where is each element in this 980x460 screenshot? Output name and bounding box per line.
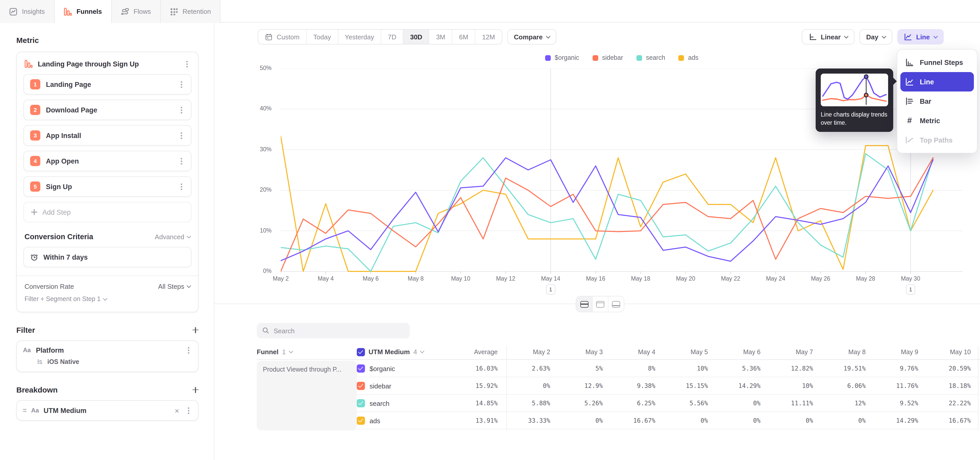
chart-type-tooltip: Line charts display trends over time. xyxy=(816,69,893,132)
search-input[interactable] xyxy=(257,323,410,339)
funnel-step[interactable]: 5Sign Up xyxy=(24,176,191,197)
step-menu-button[interactable] xyxy=(178,157,185,165)
add-breakdown-button[interactable] xyxy=(192,387,199,393)
date-range-30d[interactable]: 30D xyxy=(403,30,429,44)
segment-cell[interactable]: ads xyxy=(357,417,454,425)
conversion-window-button[interactable]: Within 7 days xyxy=(24,247,191,267)
step-label: Sign Up xyxy=(46,183,172,190)
table-header-may-2[interactable]: May 2 xyxy=(505,348,557,356)
date-range-label: Today xyxy=(313,33,331,41)
menu-item-funnel-steps[interactable]: Funnel Steps xyxy=(900,53,974,72)
chevron-down-icon xyxy=(187,284,191,288)
filter-card[interactable]: Aa Platform Is iOS Native xyxy=(16,340,199,372)
conversion-rate-steps-dropdown[interactable]: All Steps xyxy=(158,283,190,290)
scale-dropdown[interactable]: Linear xyxy=(802,29,854,45)
segment-checkbox[interactable] xyxy=(357,417,365,425)
table-header-breakdown[interactable]: UTM Medium4 xyxy=(357,348,454,356)
table-header-may-6[interactable]: May 6 xyxy=(715,348,768,356)
step-menu-button[interactable] xyxy=(178,106,185,114)
date-range-7d[interactable]: 7D xyxy=(381,30,403,44)
cell-value: 18.18% xyxy=(925,382,978,390)
compare-button[interactable]: Compare xyxy=(508,29,557,45)
funnel-step[interactable]: 1Landing Page xyxy=(24,74,191,94)
add-step-button[interactable]: Add Step xyxy=(24,202,191,222)
step-menu-button[interactable] xyxy=(178,182,185,191)
table-view-button[interactable] xyxy=(608,296,624,312)
date-range-12m[interactable]: 12M xyxy=(475,30,502,44)
table-header-average[interactable]: Average xyxy=(454,348,505,356)
chart-type-dropdown[interactable]: Line xyxy=(897,29,943,45)
table-metric-cell[interactable]: Product Viewed through P... xyxy=(257,361,357,430)
segment-checkbox[interactable] xyxy=(357,382,365,390)
step-label: Download Page xyxy=(46,106,172,114)
table-header-may-3[interactable]: May 3 xyxy=(557,348,610,356)
legend-item-organic[interactable]: $organic xyxy=(545,54,579,61)
filter-menu-button[interactable] xyxy=(185,346,192,354)
date-range-label: 7D xyxy=(388,33,396,41)
date-range-yesterday[interactable]: Yesterday xyxy=(338,30,381,44)
tab-retention[interactable]: Retention xyxy=(161,0,221,23)
funnel-menu-button[interactable] xyxy=(183,60,190,68)
annotation-badge[interactable]: 1 xyxy=(906,284,915,294)
table-header-may-9[interactable]: May 9 xyxy=(873,348,925,356)
table-header-may-7[interactable]: May 7 xyxy=(768,348,820,356)
drag-handle-icon[interactable] xyxy=(23,409,27,412)
funnel-step[interactable]: 2Download Page xyxy=(24,100,191,120)
split-view-button[interactable] xyxy=(576,296,592,312)
date-range-3m[interactable]: 3M xyxy=(429,30,452,44)
breakdown-property-name: UTM Medium xyxy=(44,407,170,414)
step-menu-button[interactable] xyxy=(178,131,185,139)
line-icon xyxy=(905,77,914,86)
table-header-may-4[interactable]: May 4 xyxy=(610,348,662,356)
menu-item-metric[interactable]: #Metric xyxy=(900,111,974,130)
segment-cell[interactable]: sidebar xyxy=(357,382,454,390)
date-range-6m[interactable]: 6M xyxy=(452,30,475,44)
filter-value[interactable]: iOS Native xyxy=(47,358,79,366)
step-menu-button[interactable] xyxy=(178,80,185,88)
tab-funnels[interactable]: Funnels xyxy=(55,0,112,23)
filter-operator[interactable]: Is xyxy=(37,358,42,366)
cell-value: 9.76% xyxy=(873,365,925,372)
tab-insights[interactable]: Insights xyxy=(0,0,55,23)
date-range-label: 30D xyxy=(410,33,422,41)
conversion-window-label: Within 7 days xyxy=(43,253,88,261)
breakdown-card[interactable]: Aa UTM Medium × xyxy=(16,400,199,421)
segment-checkbox[interactable] xyxy=(357,399,365,407)
cell-value: 16.67% xyxy=(925,417,978,424)
segment-checkbox[interactable] xyxy=(357,364,365,372)
funnel-step[interactable]: 4App Open xyxy=(24,151,191,171)
table-view-icon xyxy=(612,301,620,307)
date-range-today[interactable]: Today xyxy=(306,30,338,44)
tab-label: Flows xyxy=(134,8,151,15)
breakdown-select-all-checkbox[interactable] xyxy=(357,348,365,356)
legend-item-ads[interactable]: ads xyxy=(678,54,698,61)
date-range-custom[interactable]: Custom xyxy=(258,30,306,44)
legend-swatch xyxy=(592,55,598,61)
remove-breakdown-icon[interactable]: × xyxy=(175,407,179,414)
funnels-icon xyxy=(64,7,72,16)
table-header-may-8[interactable]: May 8 xyxy=(820,348,873,356)
legend-item-search[interactable]: search xyxy=(636,54,665,61)
menu-item-line[interactable]: Line xyxy=(900,72,974,91)
table-header-may-10[interactable]: May 10 xyxy=(925,348,978,356)
tab-flows[interactable]: Flows xyxy=(111,0,161,23)
table-row: sidebar15.92%0%12.9%9.38%15.15%14.29%10%… xyxy=(257,377,980,395)
conversion-criteria-mode-dropdown[interactable]: Advanced xyxy=(155,233,190,241)
table-header-may-5[interactable]: May 5 xyxy=(662,348,715,356)
annotation-badge[interactable]: 1 xyxy=(546,284,555,294)
funnel-col-label: Funnel xyxy=(257,348,278,356)
breakdown-menu-button[interactable] xyxy=(185,406,192,415)
add-filter-button[interactable] xyxy=(192,327,199,333)
interval-dropdown[interactable]: Day xyxy=(859,29,892,45)
segment-cell[interactable]: $organic xyxy=(357,364,454,372)
chart-view-button[interactable] xyxy=(592,296,608,312)
filter-segment-step-dropdown[interactable]: Filter + Segment on Step 1 xyxy=(24,295,190,303)
table-header-funnel[interactable]: Funnel1 xyxy=(257,348,357,356)
linear-scale-icon xyxy=(808,33,817,41)
clock-icon xyxy=(30,253,38,261)
menu-item-bar[interactable]: Bar xyxy=(900,91,974,111)
date-range-label: Yesterday xyxy=(345,33,374,41)
segment-cell[interactable]: search xyxy=(357,399,454,407)
legend-item-sidebar[interactable]: sidebar xyxy=(592,54,623,61)
funnel-step[interactable]: 3App Install xyxy=(24,125,191,146)
